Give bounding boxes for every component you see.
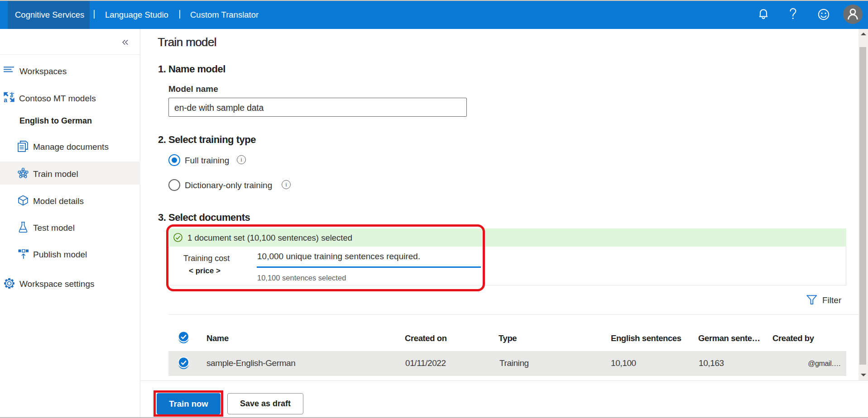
svg-text:a: a xyxy=(4,96,7,103)
